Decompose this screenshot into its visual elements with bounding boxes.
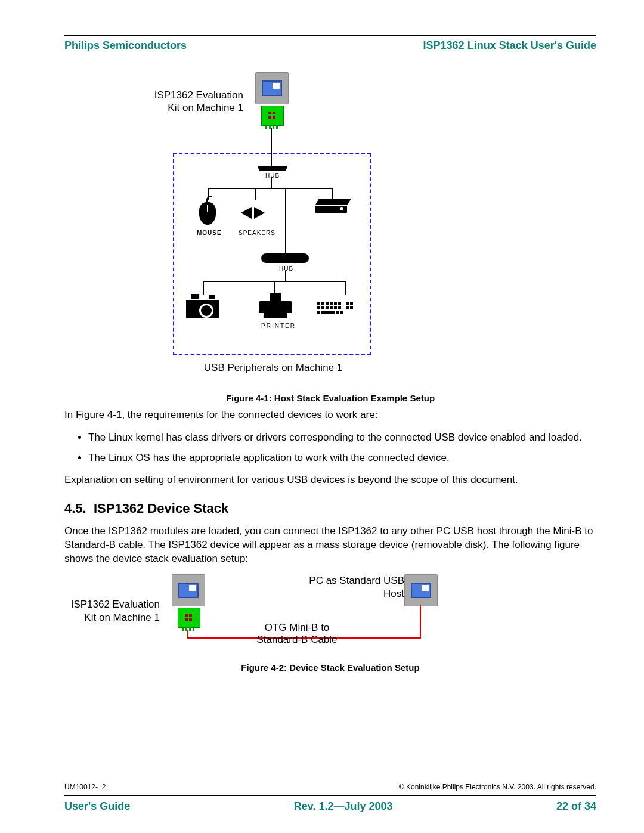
footer-rule: [64, 795, 596, 796]
section-title: ISP1362 Device Stack: [94, 501, 228, 516]
figure-caption: Figure 4-1: Host Stack Evaluation Exampl…: [64, 393, 596, 403]
pc-host-icon: [404, 574, 438, 606]
speakers-label: SPEAKERS: [239, 230, 275, 236]
figure-caption-2: Figure 4-2: Device Stack Evaluation Setu…: [64, 662, 596, 673]
connector-line: [255, 188, 256, 200]
keyboard-icon: [317, 302, 353, 314]
mouse-label: MOUSE: [197, 230, 222, 236]
intro-paragraph: In Figure 4-1, the requirements for the …: [64, 408, 596, 422]
hub-label: HUB: [265, 172, 280, 179]
scanner-icon: [315, 206, 347, 213]
section-number: 4.5.: [64, 501, 86, 516]
kit-label: ISP1362 Evaluation Kit on Machine 1: [136, 89, 243, 114]
connector-line: [203, 281, 204, 295]
list-item: The Linux OS has the appropriate applica…: [88, 451, 596, 465]
host-label: PC as Standard USB Host: [303, 574, 404, 600]
printer-label: PRINTER: [261, 323, 296, 329]
connector-line: [285, 188, 286, 200]
camera-icon: [186, 300, 219, 318]
cable-label: OTG Mini-B to Standard-B Cable: [231, 622, 363, 646]
footer-small: UM10012-_2 © Koninklijke Philips Electro…: [64, 783, 596, 791]
connector-line: [285, 271, 286, 281]
section-heading: 4.5. ISP1362 Device Stack: [64, 501, 596, 516]
board-icon: [261, 106, 284, 126]
connector-line: [271, 177, 272, 188]
connector-line: [271, 128, 272, 154]
hub2-label: HUB: [279, 265, 293, 272]
speakers-icon: [241, 207, 265, 219]
kit-label: ISP1362 Evaluation Kit on Machine 1: [52, 598, 160, 624]
header-right: ISP1362 Linux Stack User's Guide: [423, 39, 596, 52]
connector-line: [271, 154, 272, 166]
footer-left: User's Guide: [64, 800, 130, 813]
page: Philips Semiconductors ISP1362 Linux Sta…: [0, 0, 644, 833]
hub2-icon: [261, 253, 309, 263]
pc-icon: [172, 574, 205, 606]
list-item: The Linux kernel has class drivers or dr…: [88, 431, 596, 445]
figure-4-1: ISP1362 Evaluation Kit on Machine 1 HUB …: [64, 58, 596, 392]
section-paragraph: Once the ISP1362 modules are loaded, you…: [64, 525, 596, 566]
mouse-icon: [199, 202, 216, 225]
header-left: Philips Semiconductors: [64, 39, 187, 52]
board-icon: [178, 608, 200, 628]
hub-icon: [258, 166, 287, 171]
requirements-list: The Linux kernel has class drivers or dr…: [88, 431, 596, 465]
figure-4-2: ISP1362 Evaluation Kit on Machine 1 PC a…: [64, 574, 596, 670]
pc-icon: [255, 72, 289, 104]
top-rule: [64, 35, 596, 36]
footer-center: Rev. 1.2—July 2003: [294, 800, 393, 813]
printer-icon: [259, 301, 292, 318]
doc-id: UM10012-_2: [64, 783, 106, 791]
connector-line: [345, 281, 346, 295]
connector-line: [208, 188, 333, 189]
copyright: © Koninklijke Philips Electronics N.V. 2…: [399, 783, 596, 791]
footer-right: 22 of 34: [556, 800, 596, 813]
connector-line: [285, 200, 286, 253]
footer-row: User's Guide Rev. 1.2—July 2003 22 of 34: [64, 800, 596, 813]
connector-line: [332, 188, 333, 200]
cable-line: [420, 605, 421, 639]
peripherals-label: USB Peripherals on Machine 1: [184, 362, 363, 374]
outro-paragraph: Explanation on setting of environment fo…: [64, 473, 596, 487]
page-header: Philips Semiconductors ISP1362 Linux Sta…: [64, 39, 596, 52]
body-text: In Figure 4-1, the requirements for the …: [64, 408, 596, 566]
